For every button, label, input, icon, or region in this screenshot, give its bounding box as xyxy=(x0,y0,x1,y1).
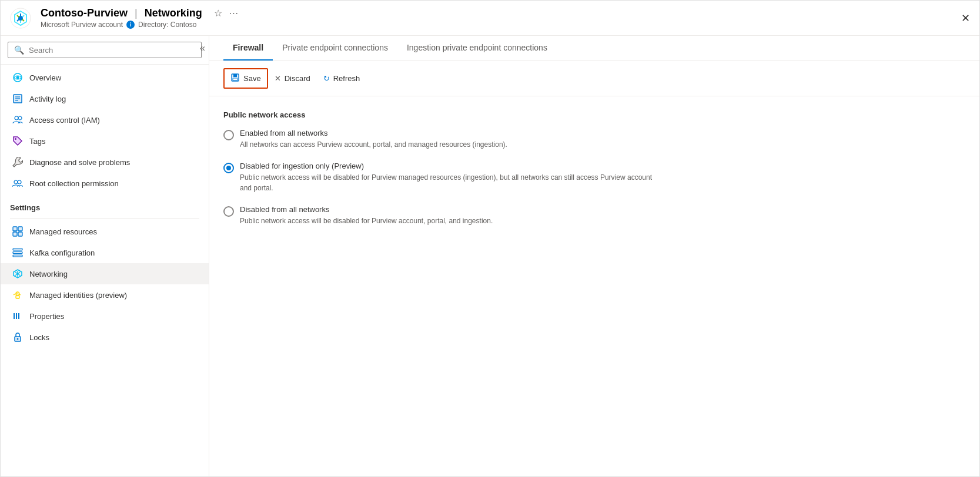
svg-point-41 xyxy=(17,338,19,340)
svg-point-10 xyxy=(16,76,19,79)
sidebar-item-locks[interactable]: Locks xyxy=(1,327,209,348)
svg-rect-43 xyxy=(233,74,237,77)
tab-ingestion-endpoint[interactable]: Ingestion private endpoint connections xyxy=(397,36,557,61)
refresh-button[interactable]: ↻ Refresh xyxy=(317,70,367,87)
save-button[interactable]: Save xyxy=(223,68,268,89)
collapse-sidebar-button[interactable]: « xyxy=(200,43,205,53)
section-title: Public network access xyxy=(223,110,965,119)
locks-icon xyxy=(12,331,24,343)
svg-rect-20 xyxy=(13,227,17,231)
search-box: 🔍 xyxy=(8,42,202,58)
content-area: Firewall Private endpoint connections In… xyxy=(209,36,979,476)
svg-line-33 xyxy=(15,274,16,276)
svg-rect-26 xyxy=(13,255,22,257)
svg-point-16 xyxy=(18,116,22,120)
content-body: Public network access Enabled from all n… xyxy=(209,96,979,476)
logo xyxy=(10,8,31,29)
close-button[interactable]: ✕ xyxy=(961,12,970,25)
svg-rect-22 xyxy=(13,232,17,236)
radio-label-disabled-all: Disabled from all networks xyxy=(240,205,493,214)
sidebar-item-root-collection[interactable]: Root collection permission xyxy=(1,173,209,194)
info-icon[interactable]: i xyxy=(126,21,135,29)
account-type: Microsoft Purview account xyxy=(41,21,123,29)
svg-rect-23 xyxy=(18,232,22,236)
svg-rect-21 xyxy=(18,227,22,231)
radio-desc-enabled-all: All networks can access Purview account,… xyxy=(240,139,507,150)
sidebar-item-managed-identities[interactable]: Managed identities (preview) xyxy=(1,284,209,305)
radio-option-enabled-all: Enabled from all networks All networks c… xyxy=(223,129,965,150)
discard-button[interactable]: ✕ Discard xyxy=(268,70,317,87)
discard-label: Discard xyxy=(285,74,310,83)
tags-icon xyxy=(12,135,24,147)
sidebar-label-networking: Networking xyxy=(29,270,68,278)
refresh-icon: ↻ xyxy=(323,74,330,83)
radio-option-disabled-all: Disabled from all networks Public networ… xyxy=(223,205,965,226)
radio-enabled-all[interactable] xyxy=(223,130,234,140)
eye-icon xyxy=(12,72,24,83)
radio-label-disabled-ingestion: Disabled for ingestion only (Preview) xyxy=(240,162,663,170)
activity-log-icon xyxy=(12,93,24,105)
sidebar-label-access-control: Access control (IAM) xyxy=(29,116,100,125)
kafka-icon xyxy=(12,247,24,258)
settings-divider xyxy=(10,218,199,219)
directory-label: Directory: Contoso xyxy=(138,21,196,29)
discard-icon: ✕ xyxy=(275,74,281,83)
sidebar-label-overview: Overview xyxy=(29,73,61,82)
svg-line-34 xyxy=(19,272,20,273)
wrench-icon xyxy=(12,156,24,168)
sidebar-label-activity-log: Activity log xyxy=(29,95,66,103)
svg-point-17 xyxy=(15,138,16,140)
settings-section-label: Settings xyxy=(1,194,209,216)
sidebar-item-access-control[interactable]: Access control (IAM) xyxy=(1,109,209,130)
nav-list: Overview Activity log xyxy=(1,65,209,476)
page-title: Networking xyxy=(145,7,202,19)
sidebar-item-tags[interactable]: Tags xyxy=(1,130,209,152)
sidebar-item-properties[interactable]: Properties xyxy=(1,305,209,327)
header-title-section: Contoso-Purview | Networking ☆ ··· Micro… xyxy=(41,7,239,29)
header-separator: | xyxy=(135,7,138,19)
search-icon: 🔍 xyxy=(14,45,24,55)
tab-private-endpoint[interactable]: Private endpoint connections xyxy=(273,36,397,61)
sidebar-label-root-collection: Root collection permission xyxy=(29,179,119,188)
sidebar-item-diagnose[interactable]: Diagnose and solve problems xyxy=(1,152,209,173)
radio-disabled-all[interactable] xyxy=(223,206,234,217)
sidebar-item-networking[interactable]: Networking xyxy=(1,263,209,284)
iam-icon xyxy=(12,114,24,126)
favorite-icon[interactable]: ☆ xyxy=(214,8,222,19)
svg-line-31 xyxy=(15,272,16,273)
sidebar-label-managed-resources: Managed resources xyxy=(29,227,97,236)
radio-option-disabled-ingestion: Disabled for ingestion only (Preview) Pu… xyxy=(223,162,965,193)
sidebar-label-properties: Properties xyxy=(29,312,64,321)
networking-icon xyxy=(12,268,24,280)
toolbar: Save ✕ Discard ↻ Refresh xyxy=(209,61,979,96)
sidebar-label-managed-identities: Managed identities (preview) xyxy=(29,291,127,300)
svg-rect-24 xyxy=(13,248,22,250)
svg-line-32 xyxy=(19,274,20,276)
save-label: Save xyxy=(243,74,261,83)
svg-rect-36 xyxy=(16,295,19,298)
sidebar-item-overview[interactable]: Overview xyxy=(1,67,209,88)
save-icon xyxy=(230,73,240,84)
svg-rect-44 xyxy=(233,78,238,80)
sidebar-label-tags: Tags xyxy=(29,137,45,146)
svg-point-15 xyxy=(15,116,18,120)
managed-identities-icon xyxy=(12,289,24,301)
svg-rect-25 xyxy=(13,252,22,254)
sidebar-label-kafka: Kafka configuration xyxy=(29,248,95,257)
radio-label-enabled-all: Enabled from all networks xyxy=(240,129,507,137)
more-options-icon[interactable]: ··· xyxy=(229,8,239,19)
svg-point-18 xyxy=(14,180,18,184)
sidebar-label-locks: Locks xyxy=(29,333,49,342)
header: Contoso-Purview | Networking ☆ ··· Micro… xyxy=(1,1,979,36)
sidebar-item-kafka[interactable]: Kafka configuration xyxy=(1,242,209,263)
sidebar-label-diagnose: Diagnose and solve problems xyxy=(29,158,130,167)
radio-group: Enabled from all networks All networks c… xyxy=(223,129,965,226)
search-container: 🔍 xyxy=(1,36,209,65)
tab-firewall[interactable]: Firewall xyxy=(223,36,273,61)
radio-disabled-ingestion[interactable] xyxy=(223,163,234,173)
tabs-bar: Firewall Private endpoint connections In… xyxy=(209,36,979,61)
sidebar-item-activity-log[interactable]: Activity log xyxy=(1,88,209,109)
sidebar-item-managed-resources[interactable]: Managed resources xyxy=(1,221,209,242)
refresh-label: Refresh xyxy=(333,74,360,83)
search-input[interactable] xyxy=(29,46,195,55)
